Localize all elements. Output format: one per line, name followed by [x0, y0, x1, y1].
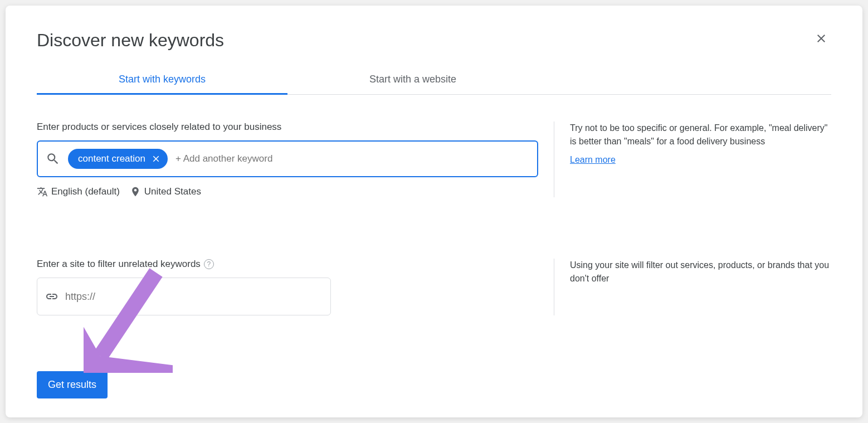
keyword-chip-label: content creation	[78, 153, 145, 164]
locale-row: English (default) United States	[37, 186, 538, 197]
keywords-field-label: Enter products or services closely relat…	[37, 121, 538, 133]
tab-start-with-website[interactable]: Start with a website	[287, 66, 538, 95]
search-icon	[46, 152, 60, 166]
location-icon	[130, 186, 141, 197]
keywords-hint-column: Try not to be too specific or general. F…	[554, 121, 831, 197]
site-url-input[interactable]	[65, 291, 323, 303]
add-keyword-input[interactable]	[175, 153, 529, 164]
language-selector[interactable]: English (default)	[37, 186, 120, 197]
site-left-column: Enter a site to filter unrelated keyword…	[37, 259, 538, 315]
close-button[interactable]	[811, 28, 831, 52]
language-label: English (default)	[51, 186, 120, 197]
keywords-input-box[interactable]: content creation	[37, 140, 538, 177]
site-input-box[interactable]	[37, 278, 331, 315]
page-title: Discover new keywords	[37, 30, 224, 51]
close-icon	[151, 154, 161, 164]
modal-header: Discover new keywords	[37, 28, 831, 52]
location-label: United States	[144, 186, 201, 197]
keywords-left-column: Enter products or services closely relat…	[37, 121, 538, 197]
keywords-section: Enter products or services closely relat…	[37, 121, 831, 197]
link-icon	[45, 290, 58, 303]
tabs: Start with keywords Start with a website	[37, 66, 831, 95]
site-hint-text: Using your site will filter out services…	[570, 259, 831, 285]
keywords-hint-text: Try not to be too specific or general. F…	[570, 121, 831, 148]
location-selector[interactable]: United States	[130, 186, 201, 197]
learn-more-link[interactable]: Learn more	[570, 155, 616, 165]
close-icon	[815, 32, 828, 45]
site-field-label-text: Enter a site to filter unrelated keyword…	[37, 259, 201, 270]
remove-keyword-button[interactable]	[151, 154, 161, 164]
site-field-label: Enter a site to filter unrelated keyword…	[37, 259, 538, 270]
site-hint-column: Using your site will filter out services…	[554, 259, 831, 315]
translate-icon	[37, 186, 48, 197]
tab-start-with-keywords[interactable]: Start with keywords	[37, 66, 287, 95]
site-filter-section: Enter a site to filter unrelated keyword…	[37, 259, 831, 315]
keyword-planner-modal: Discover new keywords Start with keyword…	[6, 6, 862, 417]
help-icon[interactable]: ?	[204, 259, 214, 269]
get-results-button[interactable]: Get results	[37, 371, 108, 398]
keyword-chip: content creation	[68, 149, 168, 169]
